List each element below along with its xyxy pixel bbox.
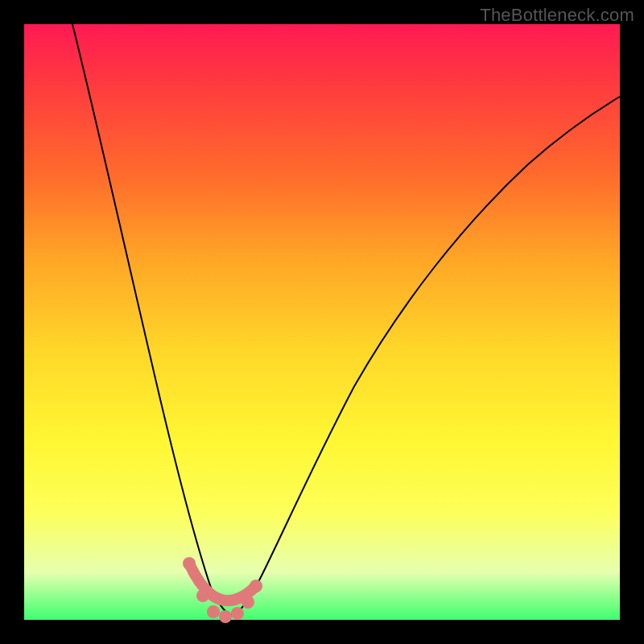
chart-svg [24,24,620,620]
curve-left [72,24,232,615]
curve-right [232,97,620,615]
watermark-text: TheBottleneck.com [480,5,634,26]
marker-group [183,557,262,623]
marker-dot [207,605,220,618]
marker-dot [219,610,232,623]
marker-dot [231,607,244,620]
